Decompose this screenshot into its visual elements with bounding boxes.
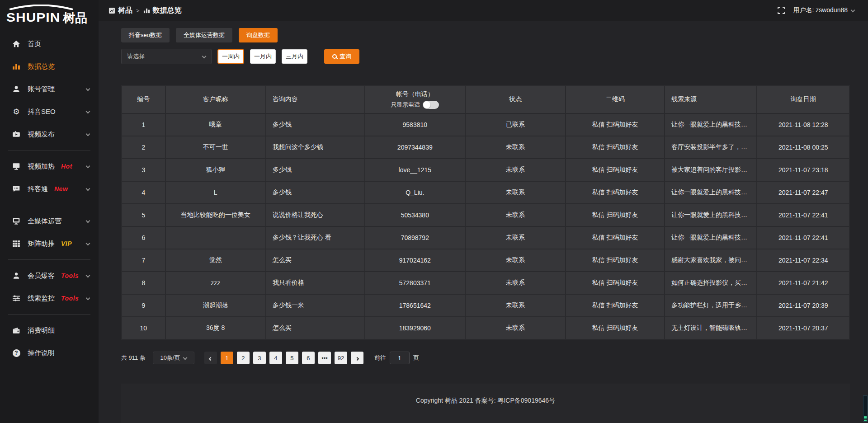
col-header-nickname: 客户昵称 (165, 85, 266, 113)
status-badge: 未联系 (465, 181, 566, 204)
sidebar-item-label: 视频加热 (28, 162, 55, 171)
new-badge: New (54, 185, 68, 193)
sidebar-menu: 首页 数据总览 账号管理 ⚙ 抖音SEO (0, 28, 99, 364)
sidebar-item-account-management[interactable]: 账号管理 (0, 78, 99, 100)
qrcode-links[interactable]: 私信 扫码加好友 (566, 272, 665, 294)
logo-text-en: SHUPIN (6, 10, 60, 24)
source-link[interactable]: 让你一眼就爱上的黑科技，能... (665, 113, 757, 136)
table-row: 3 狐小狸 多少钱 love__1215 未联系 私信 扫码加好友 被大家追着问… (122, 159, 849, 181)
page-button-6[interactable]: 6 (302, 352, 315, 364)
qrcode-links[interactable]: 私信 扫码加好友 (566, 317, 665, 339)
page-button-3[interactable]: 3 (253, 352, 266, 364)
breadcrumb-current[interactable]: 数据总览 (143, 6, 182, 15)
qrcode-links[interactable]: 私信 扫码加好友 (566, 249, 665, 272)
col-header-content: 咨询内容 (266, 85, 365, 113)
goto-label: 前往 (374, 354, 386, 362)
sidebar-item-douketong[interactable]: 抖客通 New (0, 178, 99, 200)
sidebar-item-instructions[interactable]: ? 操作说明 (0, 342, 99, 364)
chevron-down-icon (202, 54, 207, 58)
chevron-down-icon (86, 218, 90, 223)
table-row: 2 不可一世 我想问这个多少钱 2097344839 未联系 私信 扫码加好友 … (122, 136, 849, 159)
status-badge: 未联系 (465, 136, 566, 159)
cell-date: 2021-11-08 00:25 (757, 136, 849, 159)
tab-douyin-seo-data[interactable]: 抖音seo数据 (121, 28, 170, 42)
source-link[interactable]: 如何正确选择投影仪，买投影... (665, 272, 757, 294)
cell-nickname: L (165, 181, 266, 204)
screen-icon (12, 216, 21, 226)
username-label: 用户名: zswodun88 (793, 6, 848, 14)
phone-toggle-label: 只显示电话 (391, 101, 420, 109)
sidebar-item-omni-media[interactable]: 全媒体运营 (0, 210, 99, 232)
col-header-account: 帐号（电话） 只显示电话 (365, 85, 465, 113)
phone-only-toggle[interactable] (423, 101, 439, 109)
cell-content: 说说价格让我死心 (266, 204, 365, 226)
qrcode-links[interactable]: 私信 扫码加好友 (566, 181, 665, 204)
source-link[interactable]: 让你一眼就爱上的黑科技，能... (665, 226, 757, 249)
table-row: 8 zzz 我只看价格 572803371 未联系 私信 扫码加好友 如何正确选… (122, 272, 849, 294)
sidebar-item-video-heat[interactable]: 视频加热 Hot (0, 155, 99, 178)
source-link[interactable]: 感谢大家喜欢我家，被问了好... (665, 249, 757, 272)
page-button-5[interactable]: 5 (286, 352, 298, 364)
cell-id: 10 (122, 317, 165, 339)
sidebar-item-label: 会员爆客 (28, 272, 55, 280)
source-link[interactable]: 被大家追着问的客厅投影分享... (665, 159, 757, 181)
qrcode-links[interactable]: 私信 扫码加好友 (566, 226, 665, 249)
tools-badge: Tools (61, 295, 79, 302)
source-link[interactable]: 让你一眼就爱上的黑科技，能... (665, 181, 757, 204)
sidebar-item-data-overview[interactable]: 数据总览 (0, 55, 99, 78)
menu-divider (8, 314, 90, 315)
cell-id: 4 (122, 181, 165, 204)
period-quarter-button[interactable]: 三月内 (282, 49, 307, 64)
wallet-icon (12, 326, 21, 335)
sidebar-item-consumption-detail[interactable]: 消费明细 (0, 319, 99, 342)
sidebar-item-lead-monitor[interactable]: 线索监控 Tools (0, 287, 99, 310)
qrcode-links[interactable]: 私信 扫码加好友 (566, 204, 665, 226)
goto-page-input[interactable] (390, 352, 410, 364)
account-select[interactable]: 请选择 (121, 49, 212, 64)
qrcode-links[interactable]: 私信 扫码加好友 (566, 113, 665, 136)
tab-inquiry-data[interactable]: 询盘数据 (239, 28, 278, 42)
page-button-4[interactable]: 4 (269, 352, 282, 364)
chat-icon (12, 184, 21, 193)
sidebar: SHUPIN 树品 首页 数据总览 账号管理 (0, 0, 99, 423)
source-link[interactable]: 多功能护栏灯，适用于乡村文... (665, 294, 757, 317)
next-page-button[interactable] (351, 352, 363, 364)
query-button-label: 查询 (340, 52, 351, 61)
table-row: 6 多少钱？让我死心 看 70898792 未联系 私信 扫码加好友 让你一眼就… (122, 226, 849, 249)
source-link[interactable]: 让你一眼就爱上的黑科技，能... (665, 204, 757, 226)
cell-date: 2021-11-08 12:28 (757, 113, 849, 136)
breadcrumb-root[interactable]: 树品 (108, 6, 132, 15)
page-ellipsis-button[interactable]: ••• (318, 352, 331, 364)
page-size-select[interactable]: 10条/页 (153, 352, 194, 364)
table-row: 1 哦章 多少钱 9583810 已联系 私信 扫码加好友 让你一眼就爱上的黑科… (122, 113, 849, 136)
sidebar-item-home[interactable]: 首页 (0, 33, 99, 55)
qrcode-links[interactable]: 私信 扫码加好友 (566, 136, 665, 159)
query-button[interactable]: 查询 (324, 49, 359, 64)
chevron-down-icon (86, 241, 90, 245)
cell-account: 572803371 (365, 272, 465, 294)
sidebar-item-video-publish[interactable]: 视频发布 (0, 123, 99, 146)
qrcode-links[interactable]: 私信 扫码加好友 (566, 294, 665, 317)
cell-account: Q_Liu. (365, 181, 465, 204)
breadcrumb-root-label: 树品 (118, 6, 132, 15)
chevron-down-icon (86, 86, 90, 91)
page-button-2[interactable]: 2 (237, 352, 250, 364)
sidebar-item-member-baoke[interactable]: 会员爆客 Tools (0, 264, 99, 287)
cell-nickname: 当地比较能吃的一位美女 (165, 204, 266, 226)
source-link[interactable]: 无主灯设计，智能磁吸轨道灯... (665, 317, 757, 339)
period-week-button[interactable]: 一周内 (217, 49, 244, 64)
prev-page-button[interactable] (204, 352, 217, 364)
sidebar-item-douyin-seo[interactable]: ⚙ 抖音SEO (0, 100, 99, 123)
user-menu[interactable]: 用户名: zswodun88 (793, 6, 854, 14)
copyright-text: Copyright 树品 2021 备案号: 粤ICP备09019646号 (416, 397, 555, 404)
qrcode-links[interactable]: 私信 扫码加好友 (566, 159, 665, 181)
source-link[interactable]: 客厅安装投影半年多了，真实... (665, 136, 757, 159)
fullscreen-icon[interactable] (778, 7, 785, 14)
page-button-92[interactable]: 92 (335, 352, 347, 364)
page-button-1[interactable]: 1 (221, 352, 233, 364)
period-month-button[interactable]: 一月内 (250, 49, 276, 64)
sidebar-item-label: 数据总览 (28, 62, 55, 71)
inquiry-table: 编号 客户昵称 咨询内容 帐号（电话） 只显示电话 状态 二维码 线索来源 (121, 85, 850, 340)
tab-omni-media-data[interactable]: 全媒体运营数据 (176, 28, 232, 42)
sidebar-item-matrix-boost[interactable]: 矩阵助推 VIP (0, 232, 99, 255)
